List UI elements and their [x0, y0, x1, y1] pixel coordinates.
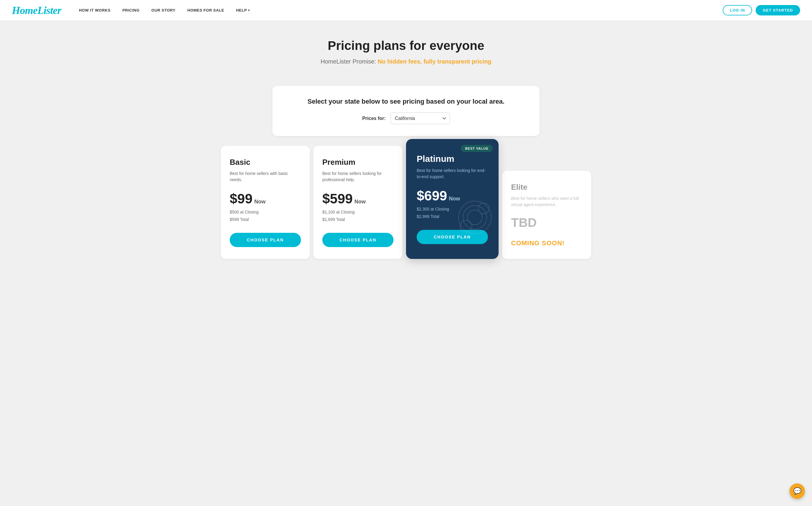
state-selector-card: Select your state below to see pricing b…: [273, 86, 539, 136]
plan-elite: Elite Best for home sellers who want a f…: [502, 171, 591, 259]
nav-our-story[interactable]: OUR STORY: [151, 8, 175, 12]
nav-help[interactable]: HELP ▾: [236, 8, 249, 12]
prices-for-row: Prices for: Alabama Alaska Arizona Arkan…: [281, 112, 531, 124]
nav-how-it-works[interactable]: HOW IT WORKS: [79, 8, 110, 12]
plan-basic-price-secondary: $500 at Closing $599 Total: [230, 208, 301, 223]
plan-platinum-name: Platinum: [417, 154, 488, 164]
chat-icon: 💬: [793, 487, 801, 495]
header-buttons: LOG IN GET STARTED: [723, 5, 800, 15]
plan-platinum-price-main: $699 Now: [417, 188, 488, 204]
plan-platinum-closing: $2,300 at Closing: [417, 205, 488, 213]
plan-basic-desc: Best for home sellers with basic needs.: [230, 170, 301, 183]
state-select[interactable]: Alabama Alaska Arizona Arkansas Californ…: [391, 112, 450, 124]
plan-premium-price-main: $599 Now: [322, 191, 394, 207]
plan-premium-price-secondary: $1,100 at Closing $1,699 Total: [322, 208, 394, 223]
chat-button[interactable]: 💬: [790, 484, 805, 499]
plan-elite-price-tbd: TBD: [511, 216, 582, 230]
plan-premium-price-amount: $599: [322, 191, 352, 207]
plan-platinum-cta[interactable]: CHOOSE PLAN: [417, 230, 488, 244]
plan-premium-cta[interactable]: CHOOSE PLAN: [322, 233, 394, 247]
plan-basic: Basic Best for home sellers with basic n…: [221, 146, 310, 259]
plan-premium-desc: Best for home sellers looking for profes…: [322, 170, 394, 183]
coming-soon-label: COMING SOON!: [511, 239, 582, 247]
prices-for-label: Prices for:: [362, 116, 386, 121]
chevron-down-icon: ▾: [248, 9, 250, 12]
logo[interactable]: HomeLister: [12, 4, 61, 17]
plan-platinum-price-now-label: Now: [449, 196, 460, 202]
plan-premium: Premium Best for home sellers looking fo…: [313, 146, 402, 259]
plan-premium-total: $1,699 Total: [322, 216, 394, 223]
plan-platinum-desc: Best for home sellers looking for end-to…: [417, 167, 488, 180]
login-button[interactable]: LOG IN: [723, 5, 752, 15]
plan-elite-desc: Best for home sellers who want a full vi…: [511, 195, 582, 208]
get-started-button[interactable]: GET STARTED: [755, 5, 800, 15]
hero-title: Pricing plans for everyone: [6, 38, 806, 53]
plan-platinum-price-secondary: $2,300 at Closing $2,999 Total: [417, 205, 488, 220]
state-selector-title: Select your state below to see pricing b…: [281, 98, 531, 105]
plan-basic-price-amount: $99: [230, 191, 252, 207]
nav-homes-for-sale[interactable]: HOMES FOR SALE: [187, 8, 224, 12]
hero-section: Pricing plans for everyone HomeLister Pr…: [0, 21, 812, 77]
plan-basic-closing: $500 at Closing: [230, 208, 301, 216]
plan-basic-total: $599 Total: [230, 216, 301, 223]
plan-elite-name: Elite: [511, 183, 582, 192]
plan-basic-price-main: $99 Now: [230, 191, 301, 207]
hero-subtitle-prefix: HomeLister Promise:: [320, 58, 378, 65]
plan-basic-cta[interactable]: CHOOSE PLAN: [230, 233, 301, 247]
hero-subtitle: HomeLister Promise: No hidden fees, full…: [6, 58, 806, 65]
plan-platinum-price-amount: $699: [417, 188, 447, 204]
header: HomeLister HOW IT WORKS PRICING OUR STOR…: [0, 0, 812, 21]
nav-pricing[interactable]: PRICING: [122, 8, 139, 12]
plan-platinum-total: $2,999 Total: [417, 213, 488, 220]
plan-basic-price-now-label: Now: [255, 199, 266, 205]
pricing-section: Basic Best for home sellers with basic n…: [213, 145, 599, 259]
plan-premium-name: Premium: [322, 158, 394, 167]
best-value-badge: BEST VALUE: [461, 145, 493, 152]
plan-premium-price-now-label: Now: [354, 199, 366, 205]
plan-basic-name: Basic: [230, 158, 301, 167]
hero-subtitle-highlight: No hidden fees, fully transparent pricin…: [378, 58, 491, 65]
plan-premium-closing: $1,100 at Closing: [322, 208, 394, 216]
main-nav: HOW IT WORKS PRICING OUR STORY HOMES FOR…: [79, 8, 723, 12]
plan-platinum: BEST VALUE Platinum Best for home seller…: [406, 139, 499, 259]
